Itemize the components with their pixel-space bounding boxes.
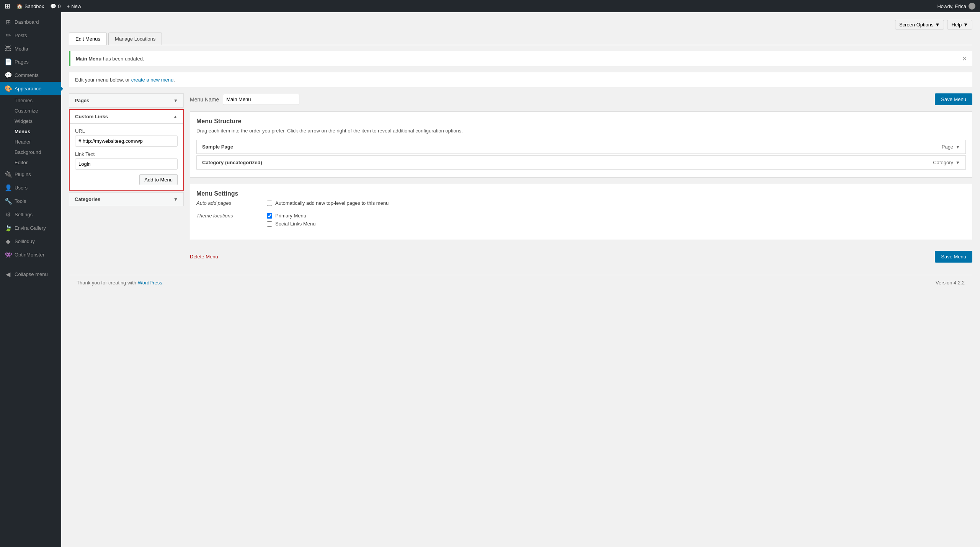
pages-icon: 📄 [5,58,11,65]
categories-panel-header[interactable]: Categories ▼ [69,193,183,206]
auto-add-checkbox-label[interactable]: Automatically add new top-level pages to… [275,200,389,206]
tab-manage-locations[interactable]: Manage Locations [108,33,162,45]
sidebar-item-plugins[interactable]: 🔌 Plugins [0,168,61,181]
tools-icon: 🔧 [5,198,11,205]
tab-edit-menus[interactable]: Edit Menus [69,33,107,45]
menu-name-input[interactable] [223,94,299,105]
auto-add-checkbox[interactable] [267,201,272,206]
comments-link[interactable]: 💬 0 [50,3,60,9]
menu-settings-section: Menu Settings Auto add pages Automatical… [190,184,972,240]
url-label: URL [75,128,178,134]
footer: Thank you for creating with WordPress. V… [69,275,972,290]
auto-add-row: Auto add pages Automatically add new top… [196,200,966,208]
url-field-row: URL [75,128,178,147]
notice-close-button[interactable]: ✕ [962,55,967,62]
sidebar: ⊞ Dashboard ✏ Posts 🖼 Media 📄 Pages 💬 Co… [0,12,61,547]
sidebar-item-tools[interactable]: 🔧 Tools [0,194,61,208]
bottom-actions: Delete Menu Save Menu [190,246,972,267]
wordpress-link[interactable]: WordPress [138,280,162,286]
menu-structure-section: Menu Structure Drag each item into the o… [190,111,972,178]
wp-logo-icon: ⊞ [5,2,10,10]
site-name[interactable]: 🏠 Sandbox [16,3,44,9]
sidebar-item-media[interactable]: 🖼 Media [0,42,61,55]
envira-icon: 🍃 [5,224,11,232]
primary-menu-label[interactable]: Primary Menu [275,213,306,219]
menu-editor: Pages ▼ Custom Links ▲ URL [69,93,972,267]
pages-panel-header[interactable]: Pages ▼ [69,94,183,107]
appearance-arrow [61,87,63,91]
settings-icon: ⚙ [5,211,11,218]
sidebar-item-editor[interactable]: Editor [0,157,61,168]
top-bar: Screen Options ▼ Help ▼ [69,20,972,29]
site-home-icon: 🏠 [16,3,23,9]
right-column: Menu Name Save Menu Menu Structure Drag … [190,93,972,267]
pages-chevron-icon: ▼ [173,98,178,103]
categories-panel: Categories ▼ [69,192,184,206]
url-input[interactable] [75,136,178,147]
content-description: Edit your menu below, or create a new me… [69,72,972,87]
structure-title: Menu Structure [196,118,966,125]
sidebar-item-menus[interactable]: Menus [0,126,61,137]
footer-thanks-text: Thank you for creating with [77,280,138,286]
save-menu-button-bottom[interactable]: Save Menu [935,251,972,263]
delete-menu-link[interactable]: Delete Menu [190,254,218,260]
sidebar-item-widgets[interactable]: Widgets [0,116,61,126]
menu-item-label-sample-page: Sample Page [202,144,233,150]
menu-item-type-category: Category ▼ [933,160,960,165]
menu-name-row: Menu Name Save Menu [190,93,972,105]
custom-links-panel-header[interactable]: Custom Links ▲ [70,110,183,123]
menu-item-row[interactable]: Category (uncategorized) Category ▼ [196,155,966,170]
add-to-menu-button[interactable]: Add to Menu [139,174,178,185]
sidebar-item-settings[interactable]: ⚙ Settings [0,208,61,221]
theme-locations-label: Theme locations [196,213,258,229]
sidebar-item-envira[interactable]: 🍃 Envira Gallery [0,221,61,235]
sidebar-item-background[interactable]: Background [0,147,61,157]
avatar [969,3,975,10]
users-icon: 👤 [5,184,11,191]
save-menu-button-top[interactable]: Save Menu [935,93,972,105]
howdy-user[interactable]: Howdy, Erica [937,3,975,10]
collapse-menu-button[interactable]: ◀ Collapse menu [0,268,61,281]
category-chevron-icon: ▼ [956,160,960,165]
help-button[interactable]: Help ▼ [947,20,972,29]
sidebar-item-dashboard[interactable]: ⊞ Dashboard [0,15,61,29]
pages-panel: Pages ▼ [69,93,184,108]
update-notice: Main Menu has been updated. ✕ [69,51,972,66]
settings-title: Menu Settings [196,190,966,197]
menu-item-row[interactable]: Sample Page Page ▼ [196,140,966,154]
sidebar-item-optinmonster[interactable]: 👾 OptinMonster [0,248,61,261]
sidebar-item-header[interactable]: Header [0,137,61,147]
admin-bar: ⊞ 🏠 Sandbox 💬 0 + New Howdy, Erica [0,0,980,12]
auto-add-label: Auto add pages [196,200,258,208]
footer-version: Version 4.2.2 [936,280,965,286]
menu-name-label: Menu Name [190,96,219,103]
sidebar-item-users[interactable]: 👤 Users [0,181,61,194]
sidebar-item-customize[interactable]: Customize [0,106,61,116]
plugins-icon: 🔌 [5,171,11,178]
sidebar-item-soliloquy[interactable]: ◆ Soliloquy [0,235,61,248]
link-text-field-row: Link Text [75,151,178,170]
tab-bar: Edit Menus Manage Locations [69,33,972,45]
sidebar-item-themes[interactable]: Themes [0,95,61,106]
sidebar-item-posts[interactable]: ✏ Posts [0,29,61,42]
posts-icon: ✏ [5,32,11,39]
theme-locations-row: Theme locations Primary Menu Social Link… [196,213,966,229]
collapse-icon: ◀ [5,271,11,278]
dashboard-icon: ⊞ [5,18,11,26]
structure-description: Drag each item into the order you prefer… [196,128,966,134]
comment-icon: 💬 [50,3,56,9]
sidebar-item-appearance[interactable]: 🎨 Appearance [0,82,61,95]
sidebar-item-comments[interactable]: 💬 Comments [0,69,61,82]
create-new-menu-link[interactable]: create a new menu [131,77,174,83]
screen-options-button[interactable]: Screen Options ▼ [895,20,944,29]
menu-item-type-sample-page: Page ▼ [942,144,960,150]
chevron-down-icon-help: ▼ [963,22,968,28]
new-content-link[interactable]: + New [67,3,82,9]
social-links-menu-label[interactable]: Social Links Menu [275,221,316,227]
social-links-checkbox[interactable] [267,221,272,227]
link-text-input[interactable] [75,158,178,170]
sidebar-item-pages[interactable]: 📄 Pages [0,55,61,69]
appearance-icon: 🎨 [5,85,11,92]
primary-menu-checkbox[interactable] [267,213,272,219]
chevron-down-icon: ▼ [935,22,940,28]
